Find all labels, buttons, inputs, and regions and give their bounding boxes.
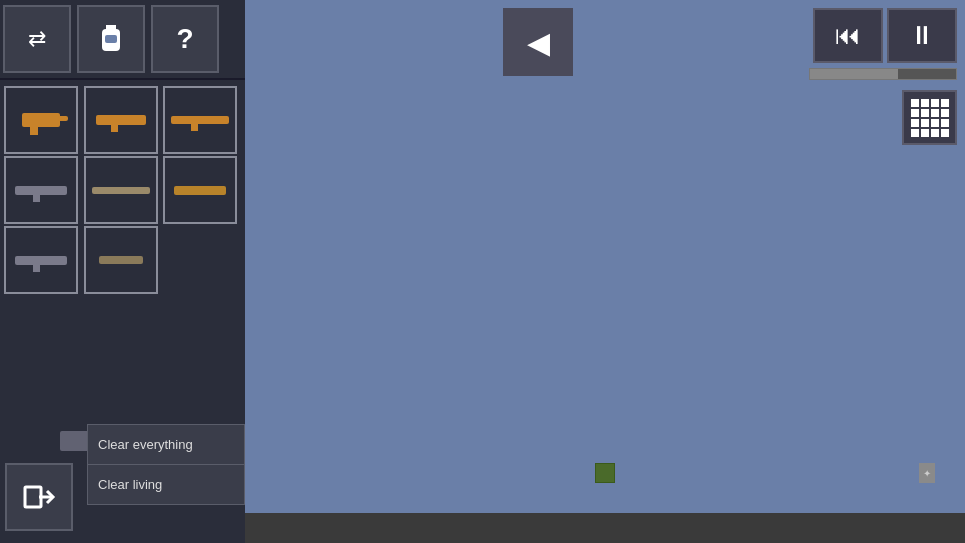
clear-living-button[interactable]: Clear living [88, 465, 244, 504]
grid-icon [911, 99, 949, 137]
swap-icon: ⇄ [28, 26, 46, 52]
help-icon: ? [176, 23, 193, 55]
character [595, 463, 615, 483]
weapon-slot-gun4[interactable] [4, 226, 78, 294]
svg-rect-2 [105, 35, 117, 43]
exit-button[interactable] [5, 463, 73, 531]
weapon-slot-gun5[interactable] [84, 226, 158, 294]
swap-button[interactable]: ⇄ [3, 5, 71, 73]
gun1-icon [15, 186, 67, 195]
weapon-slot-pistol[interactable] [4, 86, 78, 154]
svg-rect-3 [25, 487, 41, 507]
progress-bar-fill [810, 69, 898, 79]
context-menu: Clear everything Clear living [87, 424, 245, 505]
left-panel: ⇄ ? [0, 0, 245, 543]
weapon-slot-gun2[interactable] [84, 156, 158, 224]
weapon-grid [0, 82, 245, 298]
rewind-icon: ⏮ [835, 20, 861, 51]
ground-bar [245, 513, 965, 543]
weapon-slot-smg[interactable] [84, 86, 158, 154]
clear-everything-button[interactable]: Clear everything [88, 425, 244, 465]
pause-button[interactable]: ⏸ [887, 8, 957, 63]
rifle-icon [171, 116, 229, 124]
weapon-slot-gun1[interactable] [4, 156, 78, 224]
carry-button[interactable] [77, 5, 145, 73]
game-container: ◀ ⏮ ⏸ [0, 0, 965, 543]
gun4-icon [15, 256, 67, 265]
svg-rect-0 [106, 25, 116, 29]
smg-icon [96, 115, 146, 125]
pistol-icon [22, 113, 60, 127]
weapon-slot-rifle[interactable] [163, 86, 237, 154]
top-right-controls: ⏮ ⏸ [813, 8, 957, 63]
back-button[interactable]: ◀ [503, 8, 573, 76]
game-area: ◀ ⏮ ⏸ [245, 0, 965, 513]
gun2-icon [92, 187, 150, 194]
rewind-button[interactable]: ⏮ [813, 8, 883, 63]
back-icon: ◀ [527, 25, 550, 60]
bottom-left: Clear everything Clear living [0, 453, 245, 543]
help-button[interactable]: ? [151, 5, 219, 73]
weapon-slot-gun3[interactable] [163, 156, 237, 224]
exit-icon [21, 479, 57, 515]
progress-bar [809, 68, 957, 80]
carry-icon [96, 21, 126, 57]
toolbar: ⇄ ? [0, 0, 245, 80]
pause-icon: ⏸ [909, 20, 935, 51]
gun5-icon [99, 256, 143, 264]
grid-toggle-button[interactable] [902, 90, 957, 145]
item-right: ✦ [919, 463, 935, 483]
gun3-icon [174, 186, 226, 195]
